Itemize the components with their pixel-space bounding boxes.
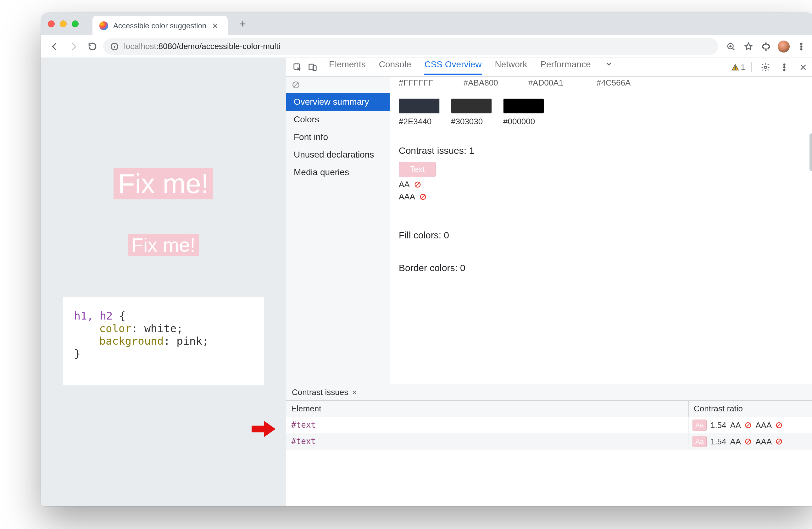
- devtools-panel: Elements Console CSS Overview Network Pe…: [286, 58, 812, 506]
- table-row[interactable]: #text Aa 1.54 AA AAA: [286, 417, 812, 433]
- sidebar-item-font-info[interactable]: Font info: [286, 128, 390, 146]
- zoom-window-button[interactable]: [72, 20, 78, 27]
- close-drawer-tab-icon[interactable]: [351, 389, 358, 396]
- fail-icon: [775, 438, 782, 445]
- clear-overview-icon[interactable]: [286, 77, 390, 93]
- new-tab-button[interactable]: [236, 18, 249, 30]
- toolbar: localhost:8080/demo/accessible-color-mul…: [41, 35, 812, 58]
- rendered-page: Fix me! Fix me! h1, h2 { color: white; b…: [41, 58, 286, 506]
- aaa-fail-row: AAA: [399, 192, 806, 202]
- url-text: localhost:8080/demo/accessible-color-mul…: [124, 42, 280, 51]
- svg-point-11: [784, 64, 785, 66]
- tab-performance[interactable]: Performance: [540, 59, 591, 75]
- border-colors-heading: Border colors: 0: [399, 262, 806, 273]
- col-ratio: Contrast ratio: [689, 401, 812, 417]
- svg-rect-9: [735, 69, 736, 70]
- window-titlebar: Accessible color suggestion: [41, 13, 812, 35]
- devtools-menu-icon[interactable]: [777, 60, 792, 75]
- zoom-icon[interactable]: [723, 39, 738, 54]
- minimize-window-button[interactable]: [60, 20, 67, 27]
- swatch-label-cut: #AD00A1: [528, 78, 563, 88]
- css-overview-main: #FFFFFF #ABA800 #AD00A1 #4C566A #2E3440: [390, 77, 812, 384]
- contrast-issues-drawer: Contrast issues Element Contrast ratio #…: [286, 384, 812, 506]
- settings-gear-icon[interactable]: [758, 60, 773, 75]
- contrast-issue-badge[interactable]: Text: [399, 162, 436, 177]
- svg-point-10: [764, 66, 767, 69]
- sample-pill: Aa: [693, 419, 707, 431]
- tab-favicon: [99, 22, 108, 30]
- drawer-tab[interactable]: Contrast issues: [286, 384, 812, 401]
- warnings-badge[interactable]: 1: [731, 63, 745, 72]
- close-window-button[interactable]: [48, 20, 55, 27]
- svg-point-4: [801, 48, 802, 50]
- tab-network[interactable]: Network: [495, 59, 527, 75]
- forward-button[interactable]: [66, 38, 82, 55]
- svg-point-2: [801, 43, 802, 45]
- aa-fail-row: AA: [399, 180, 806, 189]
- swatch-hex: #000000: [503, 117, 544, 126]
- code-snippet: h1, h2 { color: white; background: pink;…: [63, 297, 264, 385]
- element-cell: #text: [286, 417, 689, 433]
- inspect-icon[interactable]: [290, 60, 305, 75]
- ratio-cell: Aa 1.54 AA AAA: [689, 433, 812, 450]
- element-cell: #text: [286, 433, 689, 450]
- table-row[interactable]: #text Aa 1.54 AA AAA: [286, 433, 812, 450]
- ratio-cell: Aa 1.54 AA AAA: [689, 417, 812, 433]
- tab-css-overview[interactable]: CSS Overview: [424, 59, 481, 75]
- swatch-label-cut: #4C566A: [597, 78, 630, 88]
- svg-point-12: [784, 66, 785, 68]
- sidebar-item-colors[interactable]: Colors: [286, 111, 390, 128]
- sidebar-item-unused-decls[interactable]: Unused declarations: [286, 146, 390, 163]
- svg-point-13: [784, 69, 785, 71]
- tab-title: Accessible color suggestion: [113, 22, 206, 30]
- col-element: Element: [286, 401, 689, 417]
- device-mode-icon[interactable]: [305, 60, 320, 75]
- sample-pill: Aa: [693, 436, 707, 447]
- profile-avatar[interactable]: [776, 39, 791, 54]
- close-tab-icon[interactable]: [211, 22, 219, 30]
- extensions-icon[interactable]: [758, 39, 774, 54]
- reload-button[interactable]: [84, 38, 101, 55]
- fail-icon: [420, 194, 426, 200]
- tab-elements[interactable]: Elements: [329, 59, 366, 75]
- devtools-tab-strip: Elements Console CSS Overview Network Pe…: [329, 59, 613, 75]
- page-h1: Fix me!: [114, 168, 213, 199]
- color-swatch[interactable]: [451, 98, 492, 114]
- fail-icon: [775, 422, 782, 429]
- browser-menu-icon[interactable]: [794, 39, 809, 54]
- svg-point-3: [801, 46, 802, 47]
- scrollbar-thumb[interactable]: [810, 133, 812, 171]
- swatch-hex: #303030: [451, 117, 492, 126]
- more-tabs-icon[interactable]: [604, 59, 613, 75]
- swatch-label-cut: #FFFFFF: [399, 78, 433, 88]
- site-info-icon[interactable]: [110, 42, 119, 51]
- svg-rect-8: [735, 67, 736, 68]
- browser-tab[interactable]: Accessible color suggestion: [92, 16, 228, 36]
- traffic-lights: [48, 20, 78, 27]
- swatch-label-cut: #ABA800: [464, 78, 498, 88]
- devtools-toolbar: Elements Console CSS Overview Network Pe…: [286, 58, 812, 77]
- color-swatch[interactable]: [503, 98, 544, 114]
- sidebar-item-media-queries[interactable]: Media queries: [286, 163, 390, 181]
- page-h2: Fix me!: [128, 234, 199, 256]
- annotation-arrow-icon: [251, 419, 277, 439]
- fail-icon: [745, 422, 752, 429]
- bookmark-star-icon[interactable]: [741, 39, 756, 54]
- fail-icon: [414, 181, 421, 188]
- contrast-issues-heading: Contrast issues: 1: [399, 145, 806, 156]
- swatch-hex: #2E3440: [399, 117, 440, 126]
- tab-console[interactable]: Console: [379, 59, 411, 75]
- close-devtools-icon[interactable]: [796, 60, 811, 75]
- css-overview-sidebar: Overview summary Colors Font info Unused…: [286, 77, 390, 384]
- color-swatch[interactable]: [399, 98, 440, 114]
- sidebar-item-overview-summary[interactable]: Overview summary: [286, 93, 390, 111]
- back-button[interactable]: [46, 38, 63, 55]
- drawer-table-header: Element Contrast ratio: [286, 401, 812, 417]
- fill-colors-heading: Fill colors: 0: [399, 230, 806, 241]
- address-bar[interactable]: localhost:8080/demo/accessible-color-mul…: [103, 38, 718, 55]
- fail-icon: [745, 438, 752, 445]
